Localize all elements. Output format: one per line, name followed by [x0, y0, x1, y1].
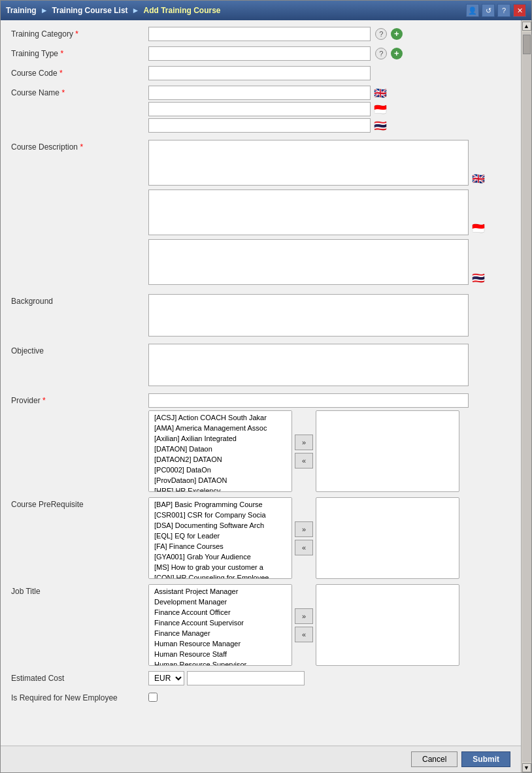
req-mark-3: * [59, 69, 63, 78]
list-item[interactable]: Finance Account Supervisor [152, 617, 289, 628]
flag-uk-desc-icon[interactable]: 🇬🇧 [471, 171, 486, 186]
list-item[interactable]: Assistant Project Manager [152, 586, 289, 597]
list-item[interactable]: [CSR001] CSR for Company Socia [152, 510, 289, 520]
window-layout: Training Category * ? + Training Type * [1, 20, 531, 772]
is-required-field [148, 691, 510, 704]
prereq-move-right-btn[interactable]: » [295, 521, 313, 537]
submit-button[interactable]: Submit [461, 751, 510, 767]
job-title-left-listbox[interactable]: Assistant Project Manager Development Ma… [148, 584, 292, 666]
training-type-row: Training Type * ? + [11, 46, 510, 61]
list-item[interactable]: Human Resource Manager [152, 638, 289, 649]
prereq-left-listbox[interactable]: [BAP] Basic Programming Course [CSR001] … [148, 497, 292, 579]
titlebar-buttons: 👤 ↺ ? ✕ [466, 4, 526, 17]
titlebar-help-btn[interactable]: ? [497, 4, 510, 17]
list-item[interactable]: [FA] Finance Courses [152, 541, 289, 551]
titlebar-user-btn[interactable]: 👤 [466, 4, 479, 17]
list-item[interactable]: [GYA001] Grab Your Audience [152, 551, 289, 562]
breadcrumb-arrow-1: ► [41, 6, 48, 15]
job-title-row: Job Title Assistant Project Manager Deve… [11, 584, 510, 666]
job-title-arrow-buttons: » « [295, 608, 313, 642]
training-category-hint[interactable]: ? [375, 28, 387, 40]
course-code-row: Course Code * [11, 66, 510, 80]
course-desc-en-textarea[interactable] [148, 140, 469, 186]
course-name-en-row: 🇬🇧 [148, 86, 510, 100]
job-title-label: Job Title [11, 584, 148, 596]
prereq-arrow-buttons: » « [295, 521, 313, 555]
flag-id-icon[interactable]: 🇮🇩 [373, 102, 388, 116]
background-textarea[interactable] [148, 294, 469, 337]
currency-select[interactable]: EUR USD IDR [148, 671, 184, 685]
main-content: Training Category * ? + Training Type * [1, 20, 521, 772]
list-item[interactable]: [PC0002] DataOn [152, 465, 289, 475]
prereq-listbox-container: [BAP] Basic Programming Course [CSR001] … [148, 497, 510, 579]
scroll-thumb[interactable] [523, 35, 531, 54]
training-type-hint[interactable]: ? [375, 48, 387, 59]
flag-id-desc-icon[interactable]: 🇮🇩 [471, 221, 486, 235]
scroll-down-btn[interactable]: ▼ [522, 763, 531, 772]
scrollbar[interactable]: ▲ ▼ [521, 20, 531, 772]
provider-left-listbox[interactable]: [ACSJ] Action COACH South Jakar [AMA] Am… [148, 410, 292, 492]
course-code-input[interactable] [148, 66, 371, 80]
course-name-th-input[interactable] [148, 118, 371, 133]
list-item[interactable]: [DATAON2] DATAON [152, 454, 289, 465]
breadcrumb-add: Add Training Course [143, 6, 220, 15]
prereq-right-listbox[interactable] [316, 497, 459, 579]
flag-th-icon[interactable]: 🇹🇭 [373, 118, 388, 133]
list-item[interactable]: Development Manager [152, 597, 289, 607]
job-title-right-listbox[interactable] [316, 584, 459, 666]
provider-search-input[interactable] [148, 393, 469, 408]
course-name-row: Course Name * 🇬🇧 🇮🇩 [11, 86, 510, 135]
list-item[interactable]: [DATAON] Dataon [152, 444, 289, 454]
course-name-id-input[interactable] [148, 102, 371, 116]
list-item[interactable]: Human Resource Staff [152, 649, 289, 659]
course-desc-th-textarea[interactable] [148, 239, 469, 285]
course-name-th-row: 🇹🇭 [148, 118, 510, 133]
job-title-move-right-btn[interactable]: » [295, 608, 313, 624]
list-item[interactable]: Human Resource Supervisor [152, 659, 289, 666]
list-item[interactable]: [EQL] EQ for Leader [152, 531, 289, 541]
list-item[interactable]: [CON] HR Counseling for Employee [152, 572, 289, 579]
course-desc-id-textarea[interactable] [148, 189, 469, 235]
req-mark-4: * [61, 88, 65, 97]
training-type-add[interactable]: + [391, 48, 403, 59]
list-item[interactable]: [AMA] America Management Assoc [152, 423, 289, 433]
course-name-id-row: 🇮🇩 [148, 102, 510, 116]
is-required-checkbox[interactable] [148, 693, 158, 702]
cost-input[interactable]: 0.00 [187, 671, 305, 685]
training-category-input[interactable] [148, 27, 371, 41]
list-item[interactable]: [ACSJ] Action COACH South Jakar [152, 412, 289, 423]
job-title-move-left-btn[interactable]: « [295, 627, 313, 642]
list-item[interactable]: Finance Manager [152, 628, 289, 638]
training-category-add[interactable]: + [391, 28, 403, 40]
list-item[interactable]: [HRE] HR Excelency [152, 485, 289, 492]
scroll-track[interactable] [522, 32, 531, 762]
list-item[interactable]: Finance Account Officer [152, 607, 289, 617]
prereq-move-left-btn[interactable]: « [295, 540, 313, 555]
titlebar-close-btn[interactable]: ✕ [513, 4, 526, 17]
list-item[interactable]: [MS] How to grab your customer a [152, 562, 289, 572]
breadcrumb-list[interactable]: Training Course List [52, 6, 128, 15]
objective-textarea[interactable] [148, 344, 469, 386]
bottom-bar: Cancel Submit [1, 746, 521, 772]
list-item[interactable]: [ProvDataon] DATAON [152, 475, 289, 485]
breadcrumb-training[interactable]: Training [6, 6, 37, 15]
job-title-field: Assistant Project Manager Development Ma… [148, 584, 510, 666]
training-type-field: ? + [148, 46, 510, 61]
course-name-en-input[interactable] [148, 86, 371, 100]
training-type-label: Training Type * [11, 46, 148, 58]
provider-move-right-btn[interactable]: » [295, 435, 313, 450]
scroll-up-btn[interactable]: ▲ [522, 22, 531, 31]
provider-move-left-btn[interactable]: « [295, 453, 313, 469]
course-desc-row: Course Description * 🇬🇧 🇮🇩 [11, 140, 510, 289]
titlebar-refresh-btn[interactable]: ↺ [482, 4, 495, 17]
provider-right-listbox[interactable] [316, 410, 459, 492]
prereq-label: Course PreRequisite [11, 497, 148, 509]
list-item[interactable]: [Axilian] Axilian Integrated [152, 433, 289, 444]
provider-row: Provider * [ACSJ] Action COACH South Jak… [11, 393, 510, 492]
cancel-button[interactable]: Cancel [411, 751, 457, 767]
flag-th-desc-icon[interactable]: 🇹🇭 [471, 271, 486, 285]
flag-uk-icon[interactable]: 🇬🇧 [373, 86, 388, 100]
list-item[interactable]: [DSA] Documenting Software Arch [152, 520, 289, 531]
list-item[interactable]: [BAP] Basic Programming Course [152, 499, 289, 510]
training-type-input[interactable] [148, 46, 371, 61]
